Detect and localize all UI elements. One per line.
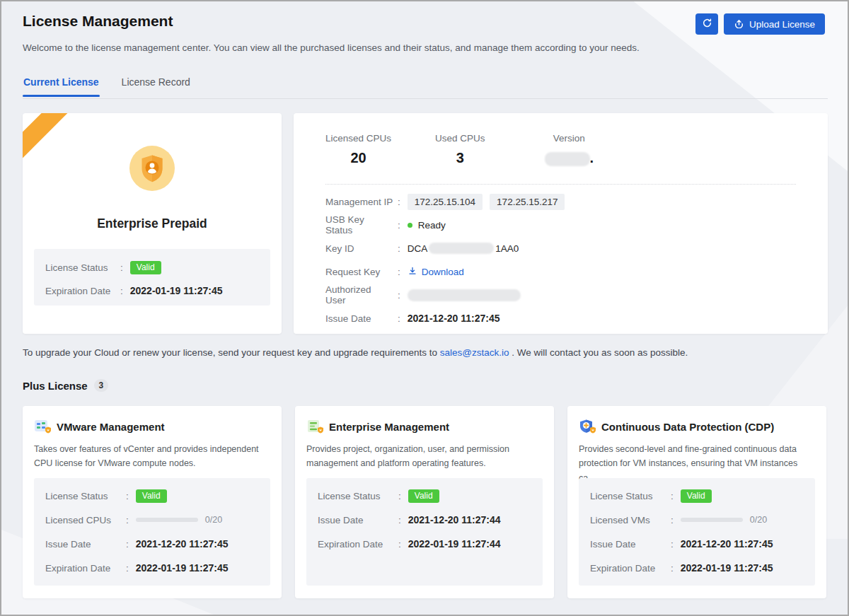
note-text: To upgrade your Cloud or renew your lice… xyxy=(23,347,437,358)
used-cpus-label: Used CPUs xyxy=(435,133,485,144)
license-status-label: License Status xyxy=(590,491,666,501)
card-header: VMware Management xyxy=(34,419,270,434)
expiration-date-value: 2022-01-19 11:27:45 xyxy=(681,562,773,574)
refresh-icon xyxy=(702,18,712,30)
licensed-cpus-row: Licensed CPUs: 0/20 xyxy=(45,512,259,528)
issue-date-row: Issue Date: 2021-12-20 11:27:45 xyxy=(590,536,804,552)
expiration-date-label: Expiration Date xyxy=(590,563,666,574)
issue-date-label: Issue Date xyxy=(45,539,122,550)
license-status-badge: Valid xyxy=(408,489,439,503)
page-title: License Management xyxy=(23,13,173,30)
corner-ribbon xyxy=(23,113,69,163)
issue-date-value: 2021-12-20 11:27:45 xyxy=(408,313,500,324)
upload-license-button[interactable]: Upload License xyxy=(724,13,825,35)
authorized-user-redacted xyxy=(408,289,521,301)
card-header: Enterprise Management xyxy=(306,419,543,434)
card-title: Continuous Data Protection (CDP) xyxy=(601,421,774,433)
licensed-vms-row: Licensed VMs: 0/20 xyxy=(590,512,804,528)
license-detail-rows: Management IP: 172.25.15.104 172.25.15.2… xyxy=(325,194,807,334)
request-key-row: Request Key: Download xyxy=(325,264,807,279)
expiration-date-label: Expiration Date xyxy=(318,539,394,550)
issue-date-value: 2021-12-20 11:27:44 xyxy=(408,514,501,525)
refresh-button[interactable] xyxy=(695,13,718,35)
card-detail-box: License Status: Valid Licensed CPUs: 0/2… xyxy=(34,478,270,586)
plus-license-count-badge: 3 xyxy=(94,379,108,392)
issue-date-label: Issue Date xyxy=(325,313,393,324)
status-ready-dot xyxy=(408,223,412,228)
card-detail-box: License Status: Valid Issue Date: 2021-1… xyxy=(306,478,543,586)
key-id-row: Key ID: DCA 1AA0 xyxy=(325,240,807,256)
key-id-suffix: 1AA0 xyxy=(495,243,519,254)
download-request-key-link[interactable]: Download xyxy=(408,266,464,278)
authorized-user-label: Authorized User xyxy=(325,284,393,306)
license-status-badge: Valid xyxy=(136,489,167,503)
usb-key-status-label: USB Key Status xyxy=(325,214,393,236)
sales-email-link[interactable]: sales@zstack.io xyxy=(440,347,509,358)
issue-date-label: Issue Date xyxy=(590,539,666,550)
upload-icon xyxy=(734,18,744,30)
plus-card-cdp: Continuous Data Protection (CDP) Provide… xyxy=(567,406,826,598)
usage-progress-bar xyxy=(681,518,743,522)
license-status-row: License Status: Valid xyxy=(318,488,531,504)
license-management-page: License Management Welcome to the licens… xyxy=(0,0,849,616)
license-status-box: License Status: Valid Expiration Date: 2… xyxy=(34,249,270,306)
download-icon xyxy=(408,266,417,278)
license-status-label: License Status xyxy=(45,491,122,501)
version-label: Version xyxy=(545,133,594,144)
card-description: Takes over features of vCenter and provi… xyxy=(34,442,270,471)
version-redacted xyxy=(545,152,590,166)
card-header: Continuous Data Protection (CDP) xyxy=(579,419,815,434)
authorized-user-row: Authorized User: xyxy=(325,287,807,303)
management-ip-row: Management IP: 172.25.15.104 172.25.15.2… xyxy=(325,194,807,209)
usage-text: 0/20 xyxy=(205,515,222,525)
license-status-badge: Valid xyxy=(130,261,161,274)
usage-progress-bar xyxy=(136,518,198,522)
note-text-after: . We will contact you as soon as possibl… xyxy=(509,347,688,358)
key-id-label: Key ID xyxy=(325,243,393,254)
licensed-cpus-label: Licensed CPUs xyxy=(45,515,122,525)
licensed-cpus-stat: Licensed CPUs 20 xyxy=(325,133,391,166)
card-title: VMware Management xyxy=(57,421,165,433)
used-cpus-stat: Used CPUs 3 xyxy=(435,133,485,166)
licensed-vms-label: Licensed VMs xyxy=(590,515,666,525)
key-id-redacted xyxy=(429,243,494,254)
license-status-row: License Status: Valid xyxy=(45,488,259,504)
upload-button-label: Upload License xyxy=(749,19,815,30)
expiration-date-label: Expiration Date xyxy=(45,563,122,574)
expiration-date-label: Expiration Date xyxy=(45,286,116,296)
license-status-row: License Status: Valid xyxy=(590,488,804,504)
plus-card-enterprise-management: Enterprise Management Provides project, … xyxy=(295,406,554,598)
issue-date-row: Issue Date: 2021-12-20 11:27:44 xyxy=(318,512,531,528)
version-stat: Version . xyxy=(545,133,594,166)
management-ip-label: Management IP xyxy=(325,197,393,207)
plus-license-header: Plus License 3 xyxy=(23,379,108,392)
tab-current-license[interactable]: Current License xyxy=(23,76,100,97)
issue-date-label: Issue Date xyxy=(318,515,394,525)
license-shield-icon xyxy=(129,146,175,194)
stats-divider xyxy=(325,184,796,185)
license-status-row: License Status: Valid xyxy=(45,260,259,275)
license-details-card: Licensed CPUs 20 Used CPUs 3 Version . M… xyxy=(294,113,828,334)
licensed-cpus-value: 20 xyxy=(325,150,391,166)
expiration-date-row: Expiration Date: 2022-01-19 11:27:45 xyxy=(45,283,259,298)
issue-date-row: Issue Date: 2021-12-20 11:27:45 xyxy=(45,536,259,552)
expiration-date-value: 2022-01-19 11:27:45 xyxy=(130,285,223,296)
expiration-date-value: 2022-01-19 11:27:44 xyxy=(408,538,501,550)
issue-date-value: 2021-12-20 11:27:45 xyxy=(681,538,773,550)
usb-key-status-value: Ready xyxy=(418,220,446,231)
request-key-label: Request Key xyxy=(325,267,393,277)
licensed-cpus-label: Licensed CPUs xyxy=(325,133,391,144)
card-title: Enterprise Management xyxy=(329,421,449,433)
license-name: Enterprise Prepaid xyxy=(23,216,282,231)
expiration-date-row: Expiration Date: 2022-01-19 11:27:45 xyxy=(590,560,804,576)
tab-divider xyxy=(23,98,828,99)
license-status-label: License Status xyxy=(45,262,116,273)
card-description: Provides project, organization, user, an… xyxy=(306,442,543,471)
plus-card-vmware-management: VMware Management Takes over features of… xyxy=(23,406,282,598)
current-license-card: Enterprise Prepaid License Status: Valid… xyxy=(23,113,282,334)
expiration-date-row: Expiration Date: 2022-01-19 11:27:44 xyxy=(318,536,531,552)
version-value: . xyxy=(545,150,594,166)
used-cpus-value: 3 xyxy=(435,150,485,166)
management-ip-chip: 172.25.15.104 xyxy=(408,194,483,210)
tab-license-record[interactable]: License Record xyxy=(121,76,191,97)
